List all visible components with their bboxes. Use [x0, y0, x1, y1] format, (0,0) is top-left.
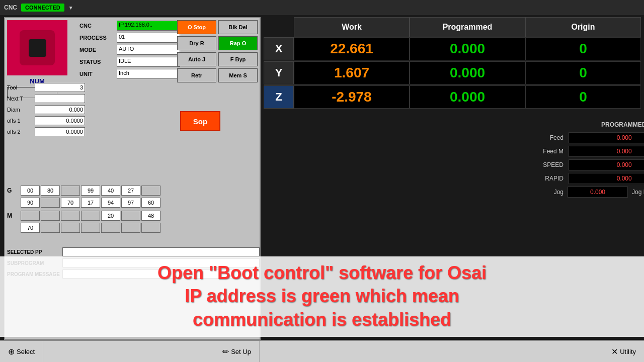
select-toolbar-btn[interactable]: ⊕ Select: [0, 341, 43, 362]
feed-label-0: Feed: [527, 134, 568, 141]
m-code-empty8: [81, 223, 100, 233]
g-codes-row1: G 00 80 99 40 27: [7, 185, 260, 196]
offs1-input[interactable]: 0.0000: [35, 116, 85, 125]
g-code-80: 80: [41, 186, 60, 196]
select-label: Select: [17, 348, 35, 355]
selected-pp-row: SELECTED PP: [7, 247, 260, 257]
offs1-label: offs 1: [7, 118, 35, 124]
m-code-20: 20: [101, 211, 120, 221]
sop-button[interactable]: Sop: [180, 111, 220, 131]
m-code-empty5: [121, 211, 140, 221]
feed-label-2: SPEED: [527, 161, 568, 168]
dry-r-button[interactable]: Dry R: [177, 36, 216, 50]
process-value: 01: [117, 33, 180, 43]
jog-row: Jog 0.000 Jog Dir. -: [527, 186, 644, 198]
x-origin-value: 0: [525, 37, 641, 60]
g-codes-row2: 90 70 17 94 97 60: [7, 197, 260, 208]
mode-value: AUTO: [117, 45, 180, 55]
programmed-header: Programmed: [410, 17, 525, 37]
m-code-empty6: [41, 223, 60, 233]
connection-badge: CONNECTED: [21, 4, 64, 12]
feed-programmed-1: 0.000: [569, 146, 644, 157]
g-code-70: 70: [61, 198, 80, 208]
y-axis-label: Y: [264, 61, 294, 84]
logo-inner: [20, 30, 55, 65]
coord-header-row: Work Programmed Origin: [264, 17, 641, 37]
work-header: Work: [294, 17, 410, 37]
diam-label: Diam: [7, 107, 35, 113]
info-row-cnc: CNC IP.192.168.0..: [79, 20, 180, 31]
setup-toolbar-btn[interactable]: ✏ Set Up: [214, 341, 260, 362]
g-code-94: 94: [101, 198, 120, 208]
offs2-input[interactable]: 0.0000: [35, 127, 85, 136]
dropdown-arrow-icon[interactable]: ▼: [68, 5, 73, 11]
logo-hole: [29, 39, 46, 57]
btn-row-2: Dry R Rap O: [177, 36, 258, 50]
buttons-area: O Stop Blk Del Dry R Rap O Auto J F Byp …: [177, 20, 258, 84]
g-code-17: 17: [81, 198, 100, 208]
info-row-status: STATUS IDLE: [79, 56, 180, 67]
auto-j-button[interactable]: Auto J: [177, 52, 216, 66]
m-code-empty3: [61, 211, 80, 221]
y-coord-row: Y 1.607 0.000 0: [264, 61, 641, 84]
blk-del-button[interactable]: Blk Del: [218, 20, 258, 34]
next-t-label: Next T: [7, 96, 35, 102]
g-code-empty3: [41, 198, 60, 208]
info-row-process: PROCESS 01: [79, 32, 180, 43]
m-code-empty2: [41, 211, 60, 221]
o-stop-button[interactable]: O Stop: [177, 20, 216, 34]
m-code-48: 48: [141, 211, 160, 221]
diam-row: Diam 0.000: [7, 105, 178, 115]
programmed-col-header: PROGRAMMED: [568, 118, 644, 132]
retr-button[interactable]: Retr: [177, 68, 216, 82]
tool-input[interactable]: 3: [35, 83, 85, 92]
m-label: M: [7, 212, 20, 219]
x-programmed-value: 0.000: [410, 37, 525, 60]
top-bar: CNC CONNECTED ▼: [0, 0, 644, 15]
cnc-value: IP.192.168.0..: [117, 21, 180, 31]
info-table: CNC IP.192.168.0.. PROCESS 01 MODE AUTO …: [79, 20, 180, 80]
mode-label: MODE: [79, 47, 115, 53]
selected-pp-value: [62, 247, 260, 256]
feed-programmed-3: 0.000: [569, 173, 644, 184]
mem-s-button[interactable]: Mem S: [218, 68, 258, 82]
z-axis-label: Z: [264, 85, 294, 109]
unit-value: Inch: [117, 69, 180, 79]
feed-row-3: RAPID 0.000 100.0 % 0.000: [527, 172, 644, 185]
g-codes-section: G 00 80 99 40 27 90 70 17 94 97 60 M 20: [7, 185, 260, 234]
rap-o-button[interactable]: Rap O: [218, 36, 258, 50]
cnc-label: CNC: [79, 23, 115, 29]
m-codes-row2: 70: [7, 222, 260, 233]
g-code-99: 99: [81, 186, 100, 196]
x-work-value: 22.661: [294, 37, 410, 60]
feed-programmed-2: 0.000: [569, 159, 644, 170]
info-row-unit: UNIT Inch: [79, 68, 180, 79]
utility-label: Utility: [620, 348, 636, 355]
setup-icon: ✏: [222, 347, 229, 356]
offs2-label: offs 2: [7, 129, 35, 135]
m-code-empty11: [141, 223, 160, 233]
diam-input[interactable]: 0.000: [35, 105, 85, 114]
overlay-text: Open "Boot control" software for Osai IP…: [0, 256, 644, 337]
feed-row-1: Feed M 0.000 100.0 % 0.000: [527, 145, 644, 157]
g-code-97: 97: [121, 198, 140, 208]
m-code-empty4: [81, 211, 100, 221]
info-row-mode: MODE AUTO: [79, 44, 180, 55]
m-code-empty1: [21, 211, 40, 221]
feed-row-2: SPEED 0.000 100.0 % 0.000: [527, 159, 644, 171]
m-code-empty7: [61, 223, 80, 233]
offs2-row: offs 2 0.0000: [7, 127, 178, 137]
next-t-row: Next T: [7, 94, 178, 104]
x-coord-row: X 22.661 0.000 0: [264, 37, 641, 60]
status-label: STATUS: [79, 59, 115, 65]
g-code-empty2: [141, 186, 160, 196]
select-icon: ⊕: [8, 347, 15, 356]
m-codes-row1: M 20 48: [7, 210, 260, 221]
utility-toolbar-btn[interactable]: ✕ Utility: [603, 341, 644, 362]
utility-icon: ✕: [611, 347, 618, 356]
cnc-top-label: CNC: [4, 4, 17, 11]
y-programmed-value: 0.000: [410, 61, 525, 84]
next-t-input[interactable]: [35, 94, 85, 103]
f-byp-button[interactable]: F Byp: [218, 52, 258, 66]
bottom-toolbar: ⊕ Select ✏ Set Up ✕ Utility: [0, 340, 644, 362]
